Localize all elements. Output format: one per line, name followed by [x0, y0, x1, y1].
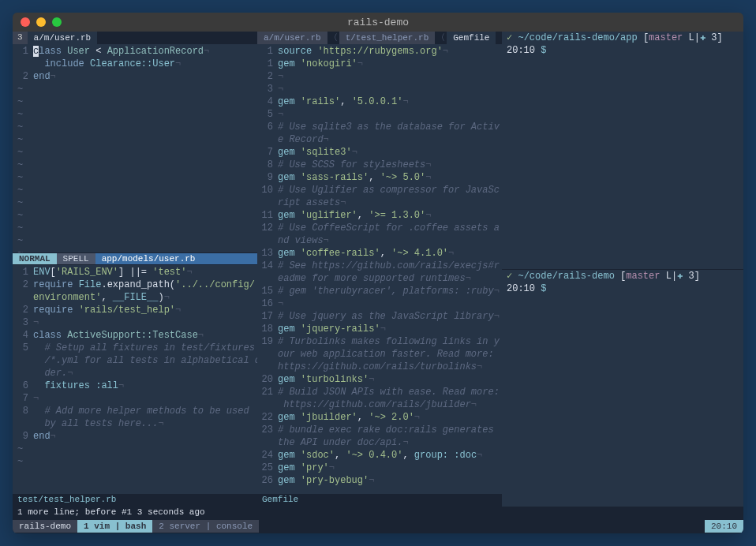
code-text: source 'https://rubygems.org'¬: [278, 45, 502, 58]
code-line[interactable]: 7¬: [13, 392, 257, 405]
code-line[interactable]: https://github.com/rails/turbolinks¬: [257, 361, 502, 373]
code-text: eadme for more supported runtimes¬: [278, 272, 502, 285]
prompt-path: ~/code/rails-demo/app: [518, 32, 637, 44]
line-number: [257, 234, 278, 247]
code-line[interactable]: 8 # Add more helper methods to be used: [13, 405, 257, 417]
shell-pane-bottom[interactable]: ✓ ~/code/rails-demo [master L|✚ 3] 20:10…: [502, 270, 743, 507]
empty-line-tilde: ~: [13, 108, 23, 121]
shell-pane-top[interactable]: ✓ ~/code/rails-demo/app [master L|✚ 3] 2…: [502, 32, 743, 270]
line-number: 1: [257, 45, 278, 58]
code-line[interactable]: 5¬: [257, 108, 502, 121]
code-line[interactable]: ript assets¬: [257, 196, 502, 209]
code-line[interactable]: 10# Use Uglifier as compressor for JavaS…: [257, 184, 502, 196]
code-line[interactable]: 8# Use SCSS for stylesheets¬: [257, 159, 502, 171]
code-line[interactable]: 4gem 'rails', '5.0.0.1'¬: [257, 95, 502, 108]
code-line[interactable]: 5 # Setup all fixtures in test/fixtures: [13, 342, 257, 354]
code-text: environment', __FILE__)¬: [33, 291, 257, 304]
code-line[interactable]: 18gem 'jquery-rails'¬: [257, 323, 502, 335]
titlebar[interactable]: rails-demo: [13, 13, 743, 32]
code-line[interactable]: 6# Use sqlite3 as the database for Activ: [257, 121, 502, 133]
code-line[interactable]: 26gem 'pry-byebug'¬: [257, 474, 502, 487]
editor-pane-gemfile[interactable]: 1source 'https://rubygems.org'¬1gem 'nok…: [257, 44, 502, 494]
code-line[interactable]: 25gem 'pry'¬: [257, 462, 502, 474]
code-text: ¬: [278, 297, 502, 310]
code-text: /*.yml for all tests in alphabetical or: [33, 354, 257, 367]
line-number: 2: [13, 304, 33, 316]
line-number: 11: [257, 209, 278, 222]
code-line[interactable]: der.¬: [13, 367, 257, 380]
line-number: 5: [257, 108, 278, 121]
code-line[interactable]: 21# Build JSON APIs with ease. Read more…: [257, 386, 502, 398]
vim-tab[interactable]: Gemfile: [447, 32, 496, 44]
code-line[interactable]: environment', __FILE__)¬: [13, 291, 257, 304]
code-line[interactable]: 4class ActiveSupport::TestCase¬: [13, 329, 257, 342]
plus-icon: ✚: [700, 32, 705, 44]
branch-open: [: [620, 270, 626, 282]
code-line[interactable]: 9end¬: [13, 430, 257, 443]
line-number: 2: [13, 70, 33, 83]
empty-line-tilde: ~: [13, 209, 23, 222]
vim-tab[interactable]: t/test_helper.rb: [339, 32, 436, 44]
line-number: 3: [13, 316, 33, 329]
code-line[interactable]: /*.yml for all tests in alphabetical or: [13, 354, 257, 367]
vim-spell-indicator: SPELL: [57, 253, 95, 264]
code-line[interactable]: 17# Use jquery as the JavaScript library…: [257, 310, 502, 323]
code-line[interactable]: 9gem 'sass-rails', '~> 5.0'¬: [257, 171, 502, 184]
code-line[interactable]: 13gem 'coffee-rails', '~> 4.1.0'¬: [257, 247, 502, 260]
code-line[interactable]: 22gem 'jbuilder', '~> 2.0'¬: [257, 411, 502, 424]
line-number: 4: [257, 95, 278, 108]
code-line[interactable]: 14# See https://github.com/rails/execjs#…: [257, 260, 502, 272]
code-line[interactable]: 2require File.expand_path('../../config/: [13, 279, 257, 291]
tmux-window-2[interactable]: 2 server | console: [152, 520, 259, 533]
code-line[interactable]: 23# bundle exec rake doc:rails generates: [257, 424, 502, 436]
code-line[interactable]: 7gem 'sqlite3'¬: [257, 146, 502, 159]
code-line[interactable]: e Record¬: [257, 133, 502, 146]
line-number: 1: [257, 58, 278, 70]
git-branch: master: [649, 32, 683, 44]
empty-line-tilde: ~: [13, 146, 23, 159]
editor-pane-user[interactable]: 1class User < ApplicationRecord¬ include…: [13, 44, 257, 252]
code-text: # Use jquery as the JavaScript library¬: [278, 310, 502, 323]
vim-tab-user[interactable]: a/m/user.rb: [28, 32, 98, 44]
code-line[interactable]: 12# Use CoffeeScript for .coffee assets …: [257, 222, 502, 234]
code-text: # Turbolinks makes following links in y: [278, 335, 502, 348]
code-line[interactable]: 11gem 'uglifier', '>= 1.3.0'¬: [257, 209, 502, 222]
code-line[interactable]: 20gem 'turbolinks'¬: [257, 373, 502, 386]
code-line[interactable]: the API under doc/api.¬: [257, 436, 502, 449]
code-line[interactable]: nd views¬: [257, 234, 502, 247]
editor-pane-testhelper[interactable]: 1ENV['RAILS_ENV'] ||= 'test'¬2require Fi…: [13, 265, 257, 494]
code-line[interactable]: 24gem 'sdoc', '~> 0.4.0', group: :doc¬: [257, 449, 502, 462]
vim-left-column: 3 a/m/user.rb 1class User < ApplicationR…: [13, 32, 257, 507]
code-text: gem 'sass-rails', '~> 5.0'¬: [278, 171, 502, 184]
code-line[interactable]: 6 fixtures :all¬: [13, 380, 257, 392]
code-line[interactable]: 1class User < ApplicationRecord¬: [13, 45, 257, 58]
tmux-session-name[interactable]: rails-demo: [13, 520, 77, 533]
empty-line-tilde: ~: [13, 443, 23, 455]
code-line[interactable]: 15# gem 'therubyracer', platforms: :ruby…: [257, 285, 502, 297]
code-line[interactable]: 1gem 'nokogiri'¬: [257, 58, 502, 70]
code-line[interactable]: eadme for more supported runtimes¬: [257, 272, 502, 285]
code-line[interactable]: 3¬: [257, 83, 502, 95]
vim-tab[interactable]: a/m/user.rb: [257, 32, 327, 44]
code-line[interactable]: our web application faster. Read more:: [257, 348, 502, 361]
code-line[interactable]: 3¬: [13, 316, 257, 329]
code-line[interactable]: 2¬: [257, 70, 502, 83]
code-line[interactable]: 2require 'rails/test_help'¬: [13, 304, 257, 316]
code-line[interactable]: 16¬: [257, 297, 502, 310]
code-line[interactable]: https://github.com/rails/jbuilder¬: [257, 398, 502, 411]
tmux-window-1[interactable]: 1 vim | bash: [77, 520, 152, 533]
code-text: gem 'uglifier', '>= 1.3.0'¬: [278, 209, 502, 222]
code-line[interactable]: include Clearance::User¬: [13, 58, 257, 70]
line-number: 1: [13, 45, 33, 58]
code-line[interactable]: 19# Turbolinks makes following links in …: [257, 335, 502, 348]
code-line[interactable]: 1ENV['RAILS_ENV'] ||= 'test'¬: [13, 266, 257, 279]
line-number: 19: [257, 335, 278, 348]
vim-message-line: 1 more line; before #1 3 seconds ago: [13, 507, 743, 519]
code-line[interactable]: 2end¬: [13, 70, 257, 83]
code-text: gem 'coffee-rails', '~> 4.1.0'¬: [278, 247, 502, 260]
code-text: gem 'rails', '5.0.0.1'¬: [278, 95, 502, 108]
code-line[interactable]: 1source 'https://rubygems.org'¬: [257, 45, 502, 58]
code-line[interactable]: by all tests here...¬: [13, 417, 257, 430]
git-count: 3: [705, 32, 717, 44]
vim-tabline-left: 3 a/m/user.rb: [13, 32, 257, 44]
